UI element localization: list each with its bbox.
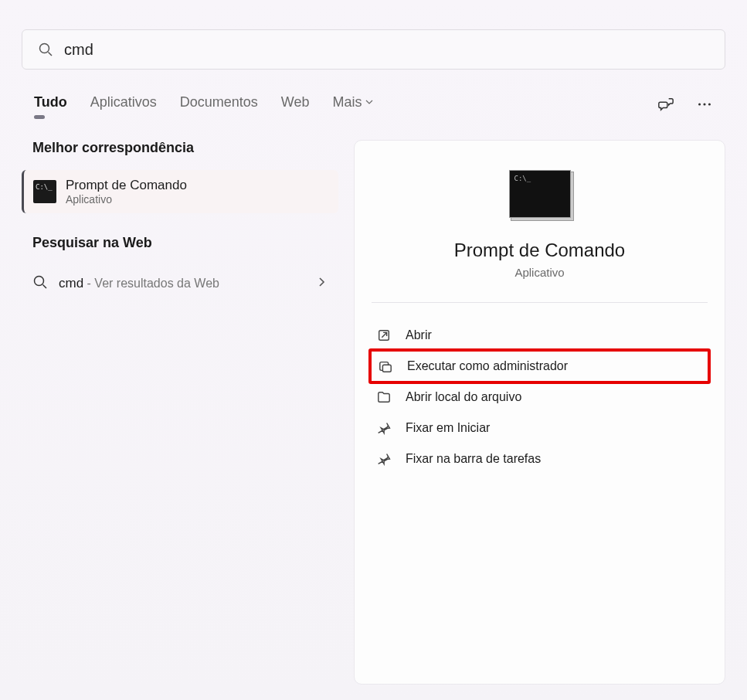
action-pin-to-taskbar-label: Fixar na barra de tarefas — [406, 452, 541, 466]
header-actions — [657, 96, 713, 116]
action-open-file-location-label: Abrir local do arquivo — [406, 390, 521, 404]
web-result-text: cmd - Ver resultados da Web — [59, 276, 306, 291]
best-match-result[interactable]: C:\_ Prompt de Comando Aplicativo — [22, 170, 338, 213]
search-box[interactable] — [22, 29, 725, 70]
tabs-row: Tudo Aplicativos Documentos Web Mais — [22, 94, 725, 117]
action-open-label: Abrir — [406, 328, 432, 342]
action-pin-to-start[interactable]: Fixar em Iniciar — [372, 413, 708, 443]
chat-icon[interactable] — [657, 96, 674, 116]
svg-text:C:\_: C:\_ — [36, 183, 53, 191]
tab-more[interactable]: Mais — [332, 94, 374, 117]
pin-icon — [376, 451, 392, 467]
results-column: Melhor correspondência C:\_ Prompt de Co… — [22, 140, 338, 685]
folder-icon — [376, 389, 392, 405]
preview-title: Prompt de Comando — [454, 240, 625, 261]
open-icon — [376, 328, 392, 343]
preview-pane: C:\_ Prompt de Comando Aplicativo Abrir — [354, 140, 725, 685]
svg-rect-11 — [382, 365, 391, 372]
action-pin-to-start-label: Fixar em Iniciar — [406, 421, 490, 435]
filter-tabs: Tudo Aplicativos Documentos Web Mais — [34, 94, 374, 117]
tab-more-label: Mais — [332, 94, 362, 110]
best-match-title: Prompt de Comando — [66, 178, 187, 193]
content-area: Melhor correspondência C:\_ Prompt de Co… — [22, 140, 725, 685]
action-run-as-admin[interactable]: Executar como administrador — [368, 348, 711, 384]
action-pin-to-taskbar[interactable]: Fixar na barra de tarefas — [372, 443, 708, 474]
actions-list: Abrir Executar como administrador A — [372, 320, 708, 474]
chevron-down-icon — [365, 94, 374, 110]
tab-apps[interactable]: Aplicativos — [90, 94, 157, 117]
chevron-right-icon — [317, 277, 328, 291]
best-match-text: Prompt de Comando Aplicativo — [66, 178, 187, 206]
svg-point-0 — [40, 44, 49, 53]
search-input[interactable] — [64, 41, 709, 59]
web-result[interactable]: cmd - Ver resultados da Web — [22, 265, 338, 302]
action-open-file-location[interactable]: Abrir local do arquivo — [372, 382, 708, 413]
search-icon — [32, 274, 48, 293]
pin-icon — [376, 420, 392, 436]
tab-web[interactable]: Web — [281, 94, 310, 117]
preview-subtitle: Aplicativo — [514, 266, 564, 279]
svg-line-9 — [382, 332, 386, 337]
svg-point-4 — [708, 103, 711, 105]
action-open[interactable]: Abrir — [372, 320, 708, 351]
search-web-heading: Pesquisar na Web — [22, 235, 338, 251]
tab-all[interactable]: Tudo — [34, 94, 67, 117]
svg-line-1 — [49, 53, 53, 56]
svg-point-6 — [35, 277, 44, 286]
action-run-as-admin-label: Executar como administrador — [407, 359, 568, 373]
best-match-subtitle: Aplicativo — [66, 193, 187, 206]
svg-point-3 — [703, 103, 705, 105]
tab-documents[interactable]: Documentos — [180, 94, 258, 117]
svg-line-7 — [43, 285, 47, 289]
more-icon[interactable] — [696, 96, 713, 116]
divider — [372, 302, 708, 303]
web-result-query: cmd — [59, 276, 83, 291]
admin-icon — [378, 358, 393, 374]
cmd-large-icon: C:\_ — [509, 170, 571, 218]
search-icon — [38, 42, 53, 57]
web-result-suffix: - Ver resultados da Web — [83, 277, 219, 290]
cmd-icon: C:\_ — [33, 180, 56, 203]
svg-point-2 — [698, 103, 701, 105]
best-match-heading: Melhor correspondência — [22, 140, 338, 156]
